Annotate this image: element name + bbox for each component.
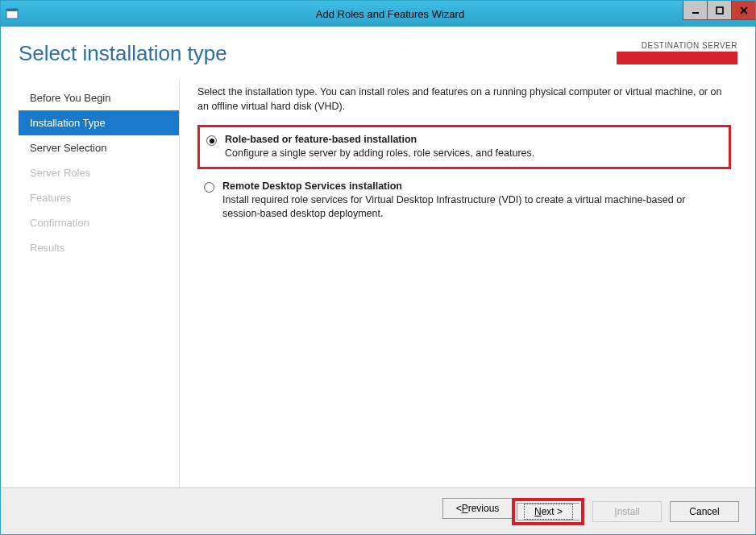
option-desc: Install required role services for Virtu… (222, 193, 725, 221)
previous-button[interactable]: < Previous (442, 498, 512, 519)
step-before-you-begin[interactable]: Before You Begin (19, 85, 179, 110)
step-server-roles: Server Roles (19, 160, 179, 185)
option-role-based[interactable]: Role-based or feature-based installation… (197, 125, 731, 169)
step-features: Features (19, 185, 179, 210)
svg-rect-3 (717, 7, 723, 14)
destination-server-block: DESTINATION SERVER (617, 41, 737, 64)
window-title: Add Roles and Features Wizard (25, 8, 755, 20)
svg-rect-2 (692, 12, 699, 14)
option-title: Remote Desktop Services installation (222, 180, 725, 192)
content-pane: Select the installation type. You can in… (180, 81, 737, 487)
nav-button-group: < Previous Next > (442, 498, 584, 525)
step-installation-type[interactable]: Installation Type (19, 110, 179, 135)
install-button: Install (592, 501, 662, 522)
option-title: Role-based or feature-based installation (225, 134, 534, 145)
option-text: Remote Desktop Services installation Ins… (222, 180, 725, 221)
svg-rect-1 (6, 9, 18, 11)
destination-server-redacted (617, 52, 737, 64)
header-row: Select installation type DESTINATION SER… (19, 41, 737, 66)
step-server-selection[interactable]: Server Selection (19, 135, 179, 160)
intro-text: Select the installation type. You can in… (197, 85, 731, 114)
option-text: Role-based or feature-based installation… (225, 134, 534, 160)
option-desc: Configure a single server by adding role… (225, 147, 534, 160)
wizard-steps-sidebar: Before You Begin Installation Type Serve… (19, 81, 180, 487)
window-controls (683, 1, 755, 20)
maximize-button[interactable] (707, 1, 731, 20)
step-confirmation: Confirmation (19, 210, 179, 235)
step-results: Results (19, 235, 179, 260)
body-row: Before You Begin Installation Type Serve… (19, 81, 737, 487)
destination-server-label: DESTINATION SERVER (617, 41, 737, 50)
page-title: Select installation type (19, 41, 227, 66)
wizard-window: Add Roles and Features Wizard Select ins… (0, 0, 756, 535)
radio-role-based[interactable] (206, 135, 217, 146)
next-button[interactable]: Next > (517, 503, 579, 520)
titlebar[interactable]: Add Roles and Features Wizard (1, 1, 755, 27)
wizard-body: Select installation type DESTINATION SER… (1, 27, 755, 487)
minimize-button[interactable] (683, 1, 707, 20)
wizard-footer: < Previous Next > Install Cancel (1, 487, 755, 534)
radio-rds[interactable] (204, 182, 214, 193)
next-button-highlight: Next > (512, 498, 584, 525)
close-button[interactable] (731, 1, 755, 20)
wizard-icon (6, 7, 19, 20)
option-rds[interactable]: Remote Desktop Services installation Ins… (197, 174, 731, 227)
cancel-button[interactable]: Cancel (670, 501, 739, 522)
